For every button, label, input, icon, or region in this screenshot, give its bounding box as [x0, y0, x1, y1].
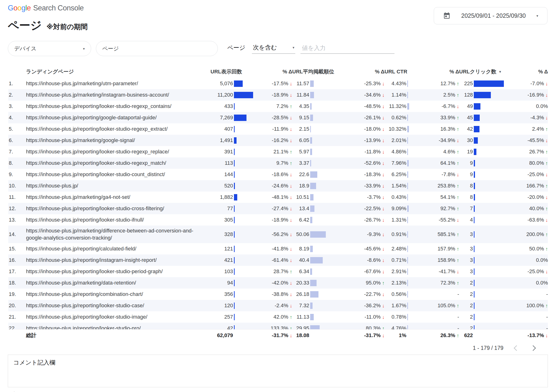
- avg-position: 7.32: [292, 303, 338, 309]
- avg-position-bar: [310, 217, 312, 223]
- row-rank: 5.: [8, 126, 26, 132]
- table-row[interactable]: 22. https://inhouse-plus.jp/reporting/lo…: [8, 323, 548, 329]
- avg-position: 11.57: [292, 80, 338, 87]
- col-header-clicks-delta[interactable]: % Δ: [508, 69, 548, 75]
- impressions-delta: -16.2%↓: [257, 137, 292, 144]
- table-row[interactable]: 2. https://inhouse-plus.jp/marketing/ins…: [8, 89, 548, 101]
- delta-down-icon: ↓: [290, 127, 292, 132]
- col-header-impressions-delta[interactable]: % Δ: [257, 69, 292, 75]
- clicks-bar: [474, 115, 480, 121]
- impressions-bar: [234, 115, 247, 121]
- row-rank: 3.: [8, 103, 26, 109]
- table-row[interactable]: 11. https://inhouse-plus.jp/marketing/ga…: [8, 191, 548, 203]
- delta-down-icon: ↓: [382, 138, 385, 143]
- avg-position-bar: [310, 183, 316, 189]
- table-row[interactable]: 14. https://inhouse-plus.jp/marketing/di…: [8, 225, 548, 243]
- clicks: 3: [459, 269, 508, 275]
- filter-value-input[interactable]: [300, 44, 394, 54]
- table-row[interactable]: 6. https://inhouse-plus.jp/marketing/goo…: [8, 135, 548, 146]
- table-row[interactable]: 10. https://inhouse-plus.jp/ 520 -24.6%↓…: [8, 180, 548, 191]
- delta-up-icon: ↑: [457, 232, 459, 237]
- url-ctr-bar: [407, 303, 408, 309]
- table-row[interactable]: 4. https://inhouse-plus.jp/reporting/goo…: [8, 112, 548, 123]
- clicks: 9: [459, 160, 508, 167]
- impressions-bar: [234, 231, 235, 238]
- url-ctr-bar: [407, 246, 408, 252]
- table-row[interactable]: 15. https://inhouse-plus.jp/reporting/ca…: [8, 243, 548, 254]
- url-ctr: 0.56%: [385, 291, 410, 298]
- col-header-impressions[interactable]: URL表示回数: [211, 68, 257, 75]
- clicks-delta: -25.0%↓: [508, 171, 548, 178]
- avg-position-bar: [310, 92, 314, 98]
- table-row[interactable]: 20. https://inhouse-plus.jp/reporting/lo…: [8, 300, 548, 311]
- date-range-value: 2025/09/01 - 2025/09/30: [461, 12, 526, 19]
- landing-page-url: https://inhouse-plus.jp/reporting/looker…: [26, 169, 211, 180]
- table-row[interactable]: 8. https://inhouse-plus.jp/reporting/loo…: [8, 157, 548, 169]
- table-row[interactable]: 1. https://inhouse-plus.jp/marketing/utm…: [8, 78, 548, 89]
- date-range-picker[interactable]: 2025/09/01 - 2025/09/30 ▾: [434, 7, 548, 24]
- delta-down-icon: ↓: [382, 104, 385, 109]
- impressions-delta: 21.1%↑: [257, 149, 292, 155]
- col-header-avg-position-delta[interactable]: % Δ: [338, 69, 385, 75]
- prev-page-button[interactable]: [513, 344, 520, 352]
- row-rank: 18.: [8, 280, 26, 286]
- table-row[interactable]: 7. https://inhouse-plus.jp/reporting/loo…: [8, 146, 548, 157]
- clicks-bar: [474, 137, 478, 144]
- url-ctr-delta: 16.3%↑: [410, 126, 459, 132]
- delta-down-icon: ↓: [546, 93, 548, 98]
- table-row[interactable]: 21. https://inhouse-plus.jp/reporting/lo…: [8, 311, 548, 323]
- table-row[interactable]: 9. https://inhouse-plus.jp/reporting/loo…: [8, 169, 548, 180]
- table-row[interactable]: 3. https://inhouse-plus.jp/reporting/loo…: [8, 101, 548, 112]
- table-row[interactable]: 16. https://inhouse-plus.jp/reporting/in…: [8, 254, 548, 266]
- clicks: 128: [459, 92, 508, 98]
- impressions-bar: [234, 171, 235, 178]
- delta-down-icon: ↓: [382, 93, 385, 98]
- table-row[interactable]: 17. https://inhouse-plus.jp/reporting/lo…: [8, 266, 548, 277]
- avg-position-delta: -36.2%↓: [338, 303, 385, 309]
- clicks: 2: [459, 314, 508, 320]
- delta-up-icon: ↑: [546, 127, 548, 132]
- url-ctr: 1.31%: [385, 217, 410, 223]
- table-row[interactable]: 5. https://inhouse-plus.jp/reporting/loo…: [8, 123, 548, 135]
- avg-position-bar: [310, 231, 326, 238]
- col-header-url-ctr-delta[interactable]: % Δ: [410, 69, 459, 75]
- avg-position-delta: -3.7%↓: [338, 194, 385, 200]
- landing-page-url: https://inhouse-plus.jp/marketing/google…: [26, 135, 211, 145]
- next-page-button[interactable]: [529, 344, 537, 352]
- url-ctr: 1.14%: [385, 92, 410, 98]
- avg-position-bar: [310, 103, 312, 109]
- row-rank: 2.: [8, 92, 26, 98]
- avg-position-bar: [310, 126, 311, 132]
- device-filter-dropdown[interactable]: デバイス ▾: [8, 41, 91, 56]
- comment-box[interactable]: コメント記入欄: [8, 355, 548, 387]
- table-row[interactable]: 19. https://inhouse-plus.jp/reporting/co…: [8, 289, 548, 300]
- delta-up-icon: ↑: [546, 247, 548, 251]
- url-ctr-bar: [407, 325, 408, 329]
- col-header-url-ctr[interactable]: URL CTR: [385, 69, 410, 75]
- col-header-avg-position[interactable]: URL平均掲載順位: [292, 68, 338, 75]
- clicks-bar: [474, 194, 475, 201]
- avg-position-bar: [310, 269, 312, 275]
- col-header-clicks[interactable]: URLクリック数 ▼: [459, 68, 508, 75]
- impressions: 121: [211, 246, 257, 252]
- page-filter-dropdown[interactable]: ページ: [96, 41, 218, 56]
- table-row[interactable]: 13. https://inhouse-plus.jp/reporting/lo…: [8, 214, 548, 225]
- url-ctr-bar: [407, 231, 408, 238]
- impressions: 257: [211, 314, 257, 320]
- table-scroll-area[interactable]: 1. https://inhouse-plus.jp/marketing/utm…: [8, 78, 548, 329]
- delta-up-icon: ↑: [457, 127, 459, 132]
- avg-position: 10.51: [292, 194, 338, 201]
- avg-position-delta: -34.6%↓: [338, 92, 385, 98]
- col-header-landing-page[interactable]: ランディングページ: [26, 66, 211, 77]
- table-row[interactable]: 18. https://inhouse-plus.jp/marketing/da…: [8, 277, 548, 289]
- row-rank: 7.: [8, 149, 26, 155]
- table-row[interactable]: 12. https://inhouse-plus.jp/reporting/lo…: [8, 203, 548, 214]
- filter-operator-select[interactable]: 次を含む ▾: [252, 44, 295, 54]
- avg-position: 26.18: [292, 291, 338, 298]
- clicks-delta: -16.9%↓: [508, 92, 548, 98]
- landing-page-url: https://inhouse-plus.jp/marketing/data-r…: [26, 278, 211, 288]
- impressions-delta: -18.9%↓: [257, 217, 292, 223]
- avg-position-delta: 80.3%↑: [338, 325, 385, 329]
- impressions-bar: [234, 303, 235, 309]
- delta-down-icon: ↓: [457, 138, 459, 143]
